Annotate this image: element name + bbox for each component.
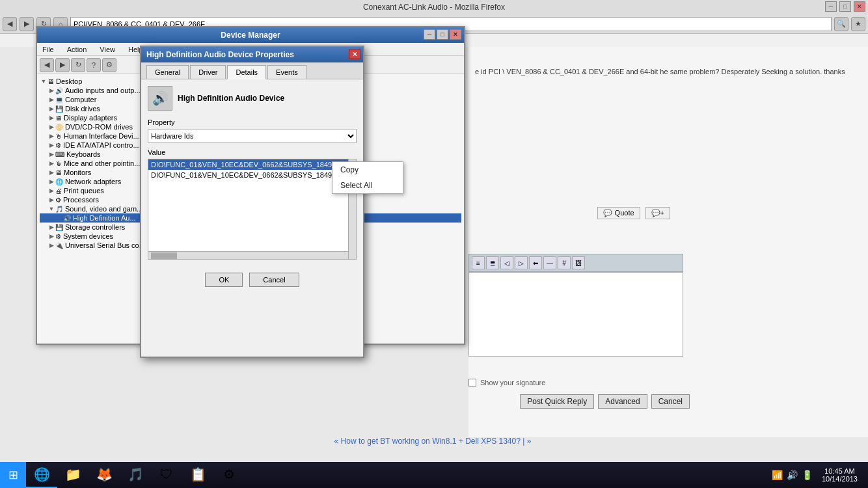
cancel-dialog-button[interactable]: Cancel [249,273,299,287]
display-icon: 🖥 [55,115,62,122]
value-item-1[interactable]: DIO\FUNC_01&VEN_10EC&DEV_0662&SUBSYS_184… [148,159,356,170]
multiquote-icon: 💬+ [651,209,664,217]
toolbar-image[interactable]: 🖼 [572,256,585,269]
go-advanced-button[interactable]: Advanced [598,394,647,409]
multiquote-button[interactable]: 💬+ [645,207,670,219]
taskbar-explorer-icon[interactable]: 📁 [57,462,88,488]
taskbar-media-icon[interactable]: 🎵 [120,462,151,488]
systray-battery-icon[interactable]: 🔋 [802,470,813,480]
taskbar-firefox-icon[interactable]: 🦊 [88,462,120,488]
forum-body-text: e id PCI \ VEN_8086 & CC_0401 & DEV_266E… [475,66,859,77]
tree-label: Storage controllers [65,223,125,231]
nav-separator: | [522,437,524,446]
expand-icon: ▶ [47,151,55,157]
ok-button[interactable]: OK [205,273,243,287]
dm-minimize-button[interactable]: ─ [424,29,435,40]
toolbar-list-ordered[interactable]: ≡ [472,256,485,269]
post-quick-reply-button[interactable]: Post Quick Reply [520,394,594,409]
property-select[interactable]: Hardware Ids [148,129,357,143]
taskbar-items: 🌐 📁 🦊 🎵 🛡 📋 ⚙ [26,462,772,488]
taskbar-app6-icon[interactable]: ⚙ [213,462,245,488]
toolbar-hash[interactable]: # [558,256,571,269]
dm-maximize-button[interactable]: □ [437,29,448,40]
desktop-icon: 🖥 [47,78,54,85]
toolbar-left-align[interactable]: ⬅ [529,256,542,269]
back-button[interactable]: ◀ [3,17,17,31]
toolbar-list-unordered[interactable]: ≣ [486,256,499,269]
tree-label: System devices [63,232,113,240]
expand-icon: ▼ [40,78,47,85]
storage-icon: 💾 [55,224,63,231]
ide-icon: ⚙ [55,142,61,149]
dm-back-icon[interactable]: ◀ [40,58,54,72]
hid-icon: 🖱 [55,133,62,140]
signature-checkbox[interactable] [468,379,476,386]
mouse-icon: 🖱 [55,160,62,167]
tab-general[interactable]: General [146,65,189,79]
systray: 📶 🔊 🔋 10:45 AM 10/14/2013 [772,467,868,483]
dm-menu-view[interactable]: View [97,46,118,53]
quote-button[interactable]: 💬 Quote [597,207,640,219]
taskbar-app5-icon[interactable]: 📋 [182,462,213,488]
start-button[interactable]: ⊞ [0,462,26,488]
maximize-button[interactable]: □ [839,1,851,12]
forward-button[interactable]: ▶ [20,17,34,31]
scrollbar-horizontal[interactable] [148,251,348,259]
context-menu-select-all[interactable]: Select All [332,178,403,193]
system-icon: ⚙ [55,233,61,240]
dm-refresh-icon[interactable]: ↻ [71,58,85,72]
monitor-icon: 🖥 [55,169,62,176]
tree-label: DVD/CD-ROM drives [65,123,133,131]
tree-label: Processors [63,196,99,204]
dm-help-icon[interactable]: ? [87,58,101,72]
dm-titlebar: Device Manager ─ □ ✕ [37,27,464,43]
tree-label: Computer [65,96,96,103]
tree-label: Disk drives [65,105,100,113]
next-thread-link[interactable]: » [527,437,532,446]
tree-label: Print queues [64,187,104,195]
toolbar-strikethrough[interactable]: — [543,256,556,269]
tab-driver[interactable]: Driver [190,65,226,79]
expand-icon: ▶ [47,169,55,176]
toolbar-indent[interactable]: ▷ [515,256,528,269]
dm-menu-action[interactable]: Action [64,46,90,53]
dm-properties-icon[interactable]: ⚙ [102,58,116,72]
value-item-2[interactable]: DIO\FUNC_01&VEN_10EC&DEV_0662&SUBSYS_184… [148,170,356,180]
tree-label: Keyboards [66,150,101,158]
expand-icon: ▶ [47,105,55,112]
prev-thread-link[interactable]: « How to get BT working on Win8.1 + Dell… [334,437,521,446]
disk-icon: 💾 [55,105,63,113]
dm-menu-file[interactable]: File [40,46,57,53]
signature-label: Show your signature [480,379,545,386]
taskbar-security-icon[interactable]: 🛡 [151,462,182,488]
tree-label: Mice and other pointin... [64,159,140,167]
tab-details[interactable]: Details [227,65,266,79]
context-menu-copy[interactable]: Copy [332,162,403,178]
systray-network-icon[interactable]: 📶 [772,470,783,480]
minimize-button[interactable]: ─ [825,1,837,12]
expand-icon: ▶ [47,187,55,194]
dm-close-button[interactable]: ✕ [450,29,461,40]
reply-textarea[interactable] [468,272,683,357]
value-list: DIO\FUNC_01&VEN_10EC&DEV_0662&SUBSYS_184… [148,159,357,260]
keyboard-icon: ⌨ [55,151,64,158]
dm-forward-icon[interactable]: ▶ [55,58,70,72]
bookmark-star-icon[interactable]: ★ [851,17,865,31]
dialog-close-button[interactable]: ✕ [349,49,360,59]
dvd-icon: 📀 [55,124,63,131]
expand-icon [55,215,63,221]
close-button[interactable]: ✕ [854,1,865,12]
tree-label: Human Interface Devi... [64,132,139,140]
search-icon[interactable]: 🔍 [834,17,848,31]
window-controls: ─ □ ✕ [825,1,865,12]
expand-icon: ▶ [47,197,55,203]
cancel-button[interactable]: Cancel [651,394,690,409]
taskbar-ie-icon[interactable]: 🌐 [26,462,57,488]
tree-label: Network adapters [65,178,121,185]
tab-events[interactable]: Events [267,65,306,79]
systray-volume-icon[interactable]: 🔊 [787,470,798,480]
clock[interactable]: 10:45 AM 10/14/2013 [817,467,863,483]
clock-time: 10:45 AM [824,467,854,475]
expand-icon: ▶ [47,96,55,103]
toolbar-outdent[interactable]: ◁ [500,256,513,269]
